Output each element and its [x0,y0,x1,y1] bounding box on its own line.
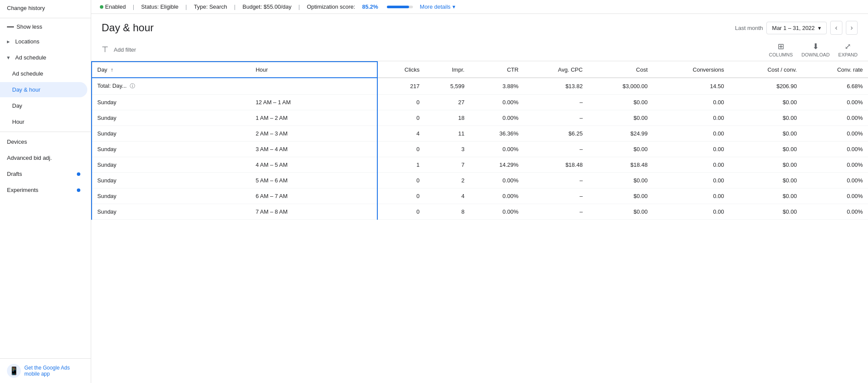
cell-day: Sunday [92,173,251,188]
col-header-cost[interactable]: Cost [588,62,653,78]
hour-label: Hour [12,119,24,125]
cell-avg-cpc: – [524,188,588,204]
sort-icon: ↑ [111,67,113,73]
col-header-cost-conv[interactable]: Cost / conv. [729,62,802,78]
sidebar-item-advanced-bid[interactable]: Advanced bid adj. [0,150,87,165]
total-clicks: 217 [377,78,425,95]
cell-day: Sunday [92,204,251,220]
experiments-label: Experiments [7,187,38,193]
sidebar-item-devices[interactable]: Devices [0,134,87,149]
cell-day: Sunday [92,157,251,173]
optimization-label: Optimization score: [307,3,355,10]
cell-ctr: 0.00% [470,142,524,157]
col-header-ctr[interactable]: CTR [470,62,524,78]
date-picker[interactable]: Mar 1 – 31, 2022 ▾ [766,22,827,34]
col-header-impr[interactable]: Impr. [425,62,469,78]
sidebar-divider-2 [0,132,91,132]
cell-hour: 3 AM – 4 AM [251,142,378,157]
phone-icon: 📱 [7,364,21,378]
cell-conv-rate: 0.00% [802,126,868,142]
separator-2: | [185,3,187,10]
cell-ctr: 0.00% [470,204,524,220]
table-header-row: Day ↑ Hour Clicks Impr. CTR Avg. CPC Cos… [92,62,868,78]
cell-cost-conv: $0.00 [729,173,802,188]
sidebar-item-hour[interactable]: Hour [0,114,87,129]
sidebar-item-ad-schedule-header[interactable]: ▾ Ad schedule [0,50,87,65]
expand-label: EXPAND [838,52,858,57]
cell-ctr: 0.00% [470,188,524,204]
more-details-link[interactable]: More details ▾ [420,3,455,10]
total-conversions: 14.50 [653,78,729,95]
cell-clicks: 0 [377,110,425,126]
col-header-day[interactable]: Day ↑ [92,62,251,78]
columns-label: COLUMNS [769,52,793,57]
cell-hour: 5 AM – 6 AM [251,173,378,188]
table-row: Sunday 12 AM – 1 AM 0 27 0.00% – $0.00 0… [92,95,868,110]
status-eligible: Status: Eligible [141,3,178,10]
sidebar-item-drafts[interactable]: Drafts [0,166,87,182]
cell-conversions: 0.00 [653,188,729,204]
next-date-button[interactable]: › [846,21,858,35]
sidebar-item-day-hour[interactable]: Day & hour [0,82,87,97]
sidebar-item-experiments[interactable]: Experiments [0,182,87,198]
cell-cost: $24.99 [588,126,653,142]
sidebar-item-change-history[interactable]: Change history [0,0,87,16]
table-container[interactable]: Day ↑ Hour Clicks Impr. CTR Avg. CPC Cos… [91,61,868,383]
columns-button[interactable]: ⊞ COLUMNS [769,42,793,57]
cell-cost-conv: $0.00 [729,157,802,173]
cell-avg-cpc: – [524,142,588,157]
col-header-avg-cpc[interactable]: Avg. CPC [524,62,588,78]
add-filter-button[interactable]: Add filter [114,46,136,53]
cell-hour: 7 AM – 8 AM [251,204,378,220]
show-less-button[interactable]: Show less [0,20,91,33]
cell-impr: 7 [425,157,469,173]
sidebar-item-ad-schedule[interactable]: Ad schedule [0,66,87,81]
page-header: Day & hour Last month Mar 1 – 31, 2022 ▾… [91,14,868,38]
total-cost: $3,000.00 [588,78,653,95]
col-header-conversions[interactable]: Conversions [653,62,729,78]
download-button[interactable]: ⬇ DOWNLOAD [802,42,830,57]
cell-hour: 12 AM – 1 AM [251,95,378,110]
ad-schedule-header-label: Ad schedule [15,54,46,61]
cell-conv-rate: 0.00% [802,110,868,126]
cell-impr: 8 [425,204,469,220]
cell-cost: $0.00 [588,204,653,220]
mobile-app-link[interactable]: 📱 Get the Google Ads mobile app [7,364,84,378]
cell-day: Sunday [92,95,251,110]
total-day: Total: Day... ⓘ [92,78,251,95]
cell-impr: 4 [425,188,469,204]
enabled-label: Enabled [105,3,126,10]
total-impr: 5,599 [425,78,469,95]
cell-impr: 11 [425,126,469,142]
cell-conversions: 0.00 [653,95,729,110]
col-header-conv-rate[interactable]: Conv. rate [802,62,868,78]
table-row: Sunday 5 AM – 6 AM 0 2 0.00% – $0.00 0.0… [92,173,868,188]
table-row: Sunday 1 AM – 2 AM 0 18 0.00% – $0.00 0.… [92,110,868,126]
cell-cost: $0.00 [588,142,653,157]
prev-date-button[interactable]: ‹ [830,21,842,35]
sidebar-item-locations[interactable]: ▸ Locations [0,34,87,49]
filter-bar: ⊤ Add filter ⊞ COLUMNS ⬇ DOWNLOAD ⤢ EXPA… [91,38,868,61]
cell-cost: $0.00 [588,110,653,126]
hour-col-label: Hour [256,66,268,73]
total-hour [251,78,378,95]
cell-ctr: 36.36% [470,126,524,142]
cell-conv-rate: 0.00% [802,204,868,220]
expand-button[interactable]: ⤢ EXPAND [838,42,858,57]
cell-avg-cpc: – [524,173,588,188]
optimization-score-bar [387,6,413,8]
col-header-clicks[interactable]: Clicks [377,62,425,78]
cell-ctr: 0.00% [470,173,524,188]
date-label: Last month [735,25,763,31]
cell-cost-conv: $0.00 [729,126,802,142]
sidebar-item-day[interactable]: Day [0,98,87,113]
cell-avg-cpc: $18.48 [524,157,588,173]
chevron-down-icon: ▾ [452,3,455,10]
cell-avg-cpc: $6.25 [524,126,588,142]
filter-icon[interactable]: ⊤ [102,45,109,54]
cell-hour: 1 AM – 2 AM [251,110,378,126]
separator-1: | [133,3,134,10]
drafts-label: Drafts [7,171,22,177]
cell-conversions: 0.00 [653,126,729,142]
col-header-hour[interactable]: Hour [251,62,378,78]
